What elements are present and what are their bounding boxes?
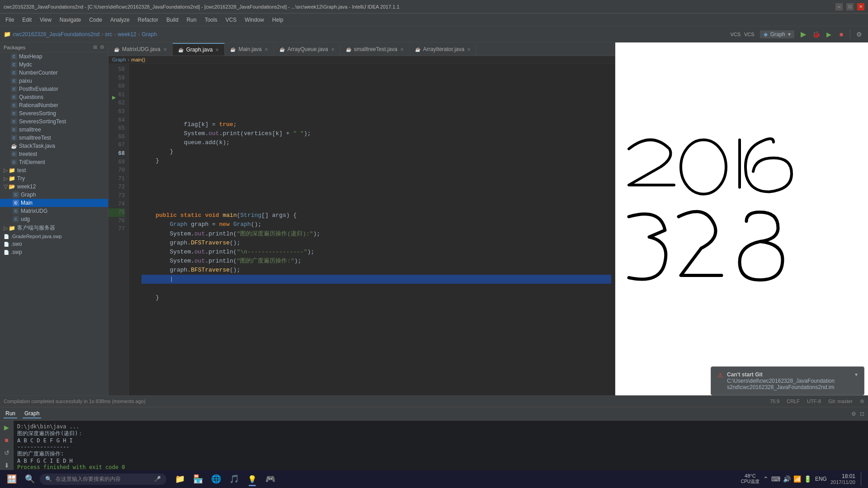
tree-folder-try[interactable]: ▷ 📁 Try (0, 174, 108, 183)
menu-vcs[interactable]: VCS (222, 15, 241, 24)
graph-run-tab[interactable]: Graph (23, 409, 41, 418)
taskbar-app-store[interactable]: 🏪 (190, 471, 206, 487)
tree-folder-test[interactable]: ▷ 📁 test (0, 166, 108, 174)
tree-folder-customer[interactable]: ▷ 📁 客户端与服务器 (0, 223, 108, 233)
run-settings-icon[interactable]: ⚙ (851, 411, 856, 417)
breadcrumb-main-label[interactable]: main() (131, 57, 145, 62)
tree-item-numbercounter[interactable]: C NumberCounter (0, 69, 108, 77)
breadcrumb-graph[interactable]: Graph (142, 31, 157, 38)
code-content[interactable]: flag[k] = true; System.out.print(vertice… (129, 64, 615, 395)
taskbar-app-intellij[interactable]: 💡 (244, 471, 260, 487)
taskbar-search-box[interactable]: 🔍 在这里输入你要搜索的内容 🎤 (40, 474, 166, 485)
tree-item-swp[interactable]: 📄 .swp (0, 248, 108, 256)
vcs-status[interactable]: Git: master (828, 399, 853, 404)
tree-item-udg[interactable]: C udg (0, 215, 108, 223)
debug-button[interactable]: 🐞 (811, 29, 821, 40)
tab-main[interactable]: ☕ Main.java ✕ (225, 43, 274, 56)
cursor-position[interactable]: 75:9 (770, 399, 779, 404)
tree-item-smalltreetest[interactable]: C smalltreeTest (0, 134, 108, 142)
minimize-button[interactable]: – (835, 3, 843, 10)
breadcrumb-src[interactable]: src (105, 31, 112, 38)
run-expand-icon[interactable]: ⊡ (860, 411, 864, 417)
tab-close-arrayiterator[interactable]: ✕ (467, 47, 471, 52)
up-arrow-icon[interactable]: ⌃ (763, 475, 769, 483)
tree-folder-week12[interactable]: ▽ 📂 week12 (0, 183, 108, 191)
settings-button[interactable]: ⚙ (854, 29, 864, 40)
menu-run[interactable]: Run (183, 15, 200, 24)
sidebar-settings-icon[interactable]: ⚙ (100, 44, 104, 50)
code-editor[interactable]: 58 59 60 61 62 63 64 65 66 67 68 69 70 7… (108, 64, 615, 395)
menu-refactor[interactable]: Refactor (134, 15, 162, 24)
tree-item-maxheap[interactable]: C MaxHeap (0, 52, 108, 61)
run-play-button[interactable]: ▶ (2, 422, 12, 432)
encoding[interactable]: UTF-8 (807, 399, 821, 404)
breadcrumb-week12[interactable]: week12 (118, 31, 136, 38)
system-icons: ⌃ ⌨ 🔊 📶 🔋 (763, 475, 811, 483)
run-config-dropdown[interactable]: ▾ (788, 31, 791, 38)
tree-item-mydc[interactable]: C Mydc (0, 61, 108, 69)
maximize-button[interactable]: □ (846, 3, 854, 10)
tree-item-smalltree[interactable]: C smalltree (0, 126, 108, 134)
breadcrumb-graph-label[interactable]: Graph (112, 57, 126, 62)
run-stop-button[interactable]: ■ (2, 435, 12, 445)
run-rerun-button[interactable]: ↺ (2, 448, 12, 458)
sidebar-expand-icon[interactable]: ⊞ (93, 44, 97, 50)
menu-view[interactable]: View (36, 15, 55, 24)
windows-start-button[interactable]: 🪟 (4, 471, 20, 487)
tree-item-main[interactable]: C Main (0, 199, 108, 207)
menu-window[interactable]: Window (241, 15, 268, 24)
network-icon[interactable]: 📶 (793, 475, 801, 483)
menu-code[interactable]: Code (85, 15, 106, 24)
tab-arrayiterator[interactable]: ☕ ArrayIterator.java ✕ (410, 43, 476, 56)
tree-item-gradereport[interactable]: 📄 .GradeReport.java.swp (0, 233, 108, 240)
tab-close-main[interactable]: ✕ (264, 47, 268, 52)
run-button[interactable]: ▶ (798, 29, 809, 40)
search-button[interactable]: 🔍 (22, 471, 38, 487)
line-ending[interactable]: CRLF (787, 399, 800, 404)
tree-item-stacktask[interactable]: ☕ StackTask.java (0, 142, 108, 150)
menu-help[interactable]: Help (269, 15, 287, 24)
menu-build[interactable]: Build (163, 15, 182, 24)
volume-icon[interactable]: 🔊 (783, 475, 791, 483)
settings-icon[interactable]: ⚙ (860, 399, 864, 404)
taskbar-app-music[interactable]: 🎵 (226, 471, 242, 487)
tree-item-matrixudg[interactable]: C MatrixUDG (0, 207, 108, 215)
tree-item-questions[interactable]: C Questions (0, 93, 108, 101)
tree-item-severessortingtest[interactable]: C SeveresSortingTest (0, 117, 108, 126)
taskbar-app-extra1[interactable]: 🎮 (262, 471, 278, 487)
taskbar-app-ie[interactable]: 🌐 (208, 471, 224, 487)
tree-item-trielement[interactable]: C TriElement (0, 158, 108, 166)
stop-button[interactable]: ■ (836, 29, 847, 40)
show-desktop-button[interactable] (861, 472, 864, 486)
coverage-button[interactable]: ▶ (823, 29, 834, 40)
tree-item-graph[interactable]: C Graph (0, 191, 108, 199)
tab-arrayqueue[interactable]: ☕ ArrayQueue.java ✕ (274, 43, 340, 56)
run-config-name[interactable]: Graph (770, 31, 785, 38)
tree-item-treetest[interactable]: C treetest (0, 150, 108, 158)
menu-navigate[interactable]: Navigate (56, 15, 85, 24)
breadcrumb-project[interactable]: cwc20162328_JavaFoundations2nd (13, 31, 99, 38)
menu-tools[interactable]: Tools (201, 15, 221, 24)
menu-edit[interactable]: Edit (19, 15, 35, 24)
tab-graph[interactable]: ☕ Graph.java ✕ (173, 43, 225, 56)
run-tab[interactable]: Run (4, 409, 17, 418)
tab-close-arrayqueue[interactable]: ✕ (331, 47, 335, 52)
run-scroll-button[interactable]: ⬇ (2, 460, 12, 470)
tree-item-postfix[interactable]: C PostfixEvaluator (0, 85, 108, 93)
tab-close-smalltreetest[interactable]: ✕ (400, 47, 404, 52)
run-panel-header: Run Graph ⚙ ⊡ (0, 408, 868, 421)
menu-analyze[interactable]: Analyze (107, 15, 133, 24)
taskbar-app-explorer[interactable]: 📁 (172, 471, 188, 487)
tab-smalltreetest[interactable]: ☕ smalltreeTest.java ✕ (340, 43, 410, 56)
tab-matrixudg[interactable]: ☕ MatrixUDG.java ✕ (108, 43, 173, 56)
tab-close-graph[interactable]: ✕ (215, 47, 219, 52)
close-button[interactable]: ✕ (857, 3, 864, 10)
tree-item-severessorting[interactable]: C SeveresSorting (0, 109, 108, 117)
tree-item-swo[interactable]: 📄 .swo (0, 240, 108, 248)
menu-file[interactable]: File (2, 15, 18, 24)
git-expand-button[interactable]: ▾ (855, 371, 858, 378)
language-indicator[interactable]: ENG (815, 476, 827, 482)
tree-item-rational[interactable]: C RationalNumber (0, 101, 108, 109)
tree-item-paixu[interactable]: C paixu (0, 77, 108, 85)
tab-close-matrixudg[interactable]: ✕ (163, 47, 167, 52)
